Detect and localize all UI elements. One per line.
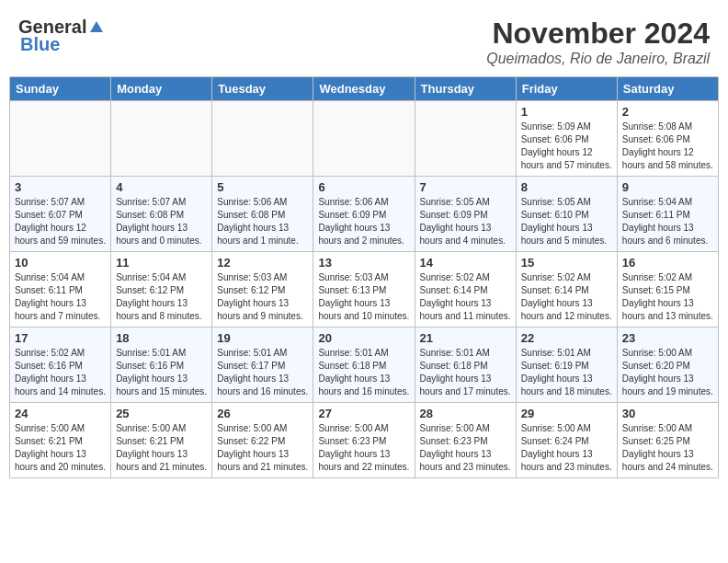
day-info: Sunrise: 5:06 AMSunset: 6:09 PMDaylight … xyxy=(318,196,409,247)
calendar-cell: 16Sunrise: 5:02 AMSunset: 6:15 PMDayligh… xyxy=(617,252,718,327)
calendar-cell xyxy=(212,101,313,177)
location-title: Queimados, Rio de Janeiro, Brazil xyxy=(486,51,710,67)
calendar-cell xyxy=(111,101,212,177)
calendar-cell: 6Sunrise: 5:06 AMSunset: 6:09 PMDaylight… xyxy=(313,177,415,252)
calendar-cell: 7Sunrise: 5:05 AMSunset: 6:09 PMDaylight… xyxy=(415,177,516,252)
calendar-cell xyxy=(313,101,415,177)
day-info: Sunrise: 5:02 AMSunset: 6:15 PMDaylight … xyxy=(622,271,713,323)
day-number: 4 xyxy=(116,180,207,194)
day-number: 1 xyxy=(521,105,612,119)
day-info: Sunrise: 5:02 AMSunset: 6:14 PMDaylight … xyxy=(420,271,511,323)
calendar-week-row: 1Sunrise: 5:09 AMSunset: 6:06 PMDaylight… xyxy=(10,101,719,177)
day-number: 26 xyxy=(217,407,308,420)
logo: General Blue xyxy=(18,17,105,55)
day-number: 13 xyxy=(318,256,409,270)
logo-blue: Blue xyxy=(20,34,60,55)
day-number: 22 xyxy=(521,331,612,345)
calendar-cell: 24Sunrise: 5:00 AMSunset: 6:21 PMDayligh… xyxy=(10,403,111,478)
day-number: 27 xyxy=(318,407,409,420)
day-info: Sunrise: 5:08 AMSunset: 6:06 PMDaylight … xyxy=(622,121,713,172)
calendar-cell: 5Sunrise: 5:06 AMSunset: 6:08 PMDaylight… xyxy=(212,177,313,252)
calendar-cell: 19Sunrise: 5:01 AMSunset: 6:17 PMDayligh… xyxy=(212,327,313,403)
calendar-cell: 2Sunrise: 5:08 AMSunset: 6:06 PMDaylight… xyxy=(617,101,718,177)
calendar-cell: 18Sunrise: 5:01 AMSunset: 6:16 PMDayligh… xyxy=(111,327,212,403)
title-section: November 2024 Queimados, Rio de Janeiro,… xyxy=(486,17,710,67)
day-number: 8 xyxy=(521,180,612,194)
calendar-cell: 30Sunrise: 5:00 AMSunset: 6:25 PMDayligh… xyxy=(617,403,718,478)
calendar-cell: 13Sunrise: 5:03 AMSunset: 6:13 PMDayligh… xyxy=(313,252,415,327)
day-number: 21 xyxy=(420,331,511,345)
calendar-cell: 1Sunrise: 5:09 AMSunset: 6:06 PMDaylight… xyxy=(516,101,617,177)
day-number: 16 xyxy=(622,256,713,270)
day-info: Sunrise: 5:00 AMSunset: 6:23 PMDaylight … xyxy=(420,422,511,474)
day-number: 29 xyxy=(521,407,612,420)
day-number: 15 xyxy=(521,256,612,270)
calendar-cell: 8Sunrise: 5:05 AMSunset: 6:10 PMDaylight… xyxy=(516,177,617,252)
day-number: 12 xyxy=(217,256,308,270)
calendar-cell: 15Sunrise: 5:02 AMSunset: 6:14 PMDayligh… xyxy=(516,252,617,327)
calendar-cell: 17Sunrise: 5:02 AMSunset: 6:16 PMDayligh… xyxy=(10,327,111,403)
calendar-header-row: SundayMondayTuesdayWednesdayThursdayFrid… xyxy=(10,77,719,101)
day-number: 25 xyxy=(116,407,207,420)
day-number: 5 xyxy=(217,180,308,194)
day-info: Sunrise: 5:01 AMSunset: 6:19 PMDaylight … xyxy=(521,347,612,398)
day-info: Sunrise: 5:01 AMSunset: 6:17 PMDaylight … xyxy=(217,347,308,398)
day-number: 19 xyxy=(217,331,308,345)
calendar-week-row: 24Sunrise: 5:00 AMSunset: 6:21 PMDayligh… xyxy=(10,403,719,478)
day-info: Sunrise: 5:00 AMSunset: 6:24 PMDaylight … xyxy=(521,422,612,474)
day-info: Sunrise: 5:03 AMSunset: 6:12 PMDaylight … xyxy=(217,271,308,323)
calendar-cell: 23Sunrise: 5:00 AMSunset: 6:20 PMDayligh… xyxy=(617,327,718,403)
day-info: Sunrise: 5:09 AMSunset: 6:06 PMDaylight … xyxy=(521,121,612,172)
calendar-cell: 21Sunrise: 5:01 AMSunset: 6:18 PMDayligh… xyxy=(415,327,516,403)
day-info: Sunrise: 5:00 AMSunset: 6:22 PMDaylight … xyxy=(217,422,308,474)
calendar-cell: 9Sunrise: 5:04 AMSunset: 6:11 PMDaylight… xyxy=(617,177,718,252)
calendar-cell: 4Sunrise: 5:07 AMSunset: 6:08 PMDaylight… xyxy=(111,177,212,252)
day-number: 3 xyxy=(15,180,106,194)
calendar-cell: 28Sunrise: 5:00 AMSunset: 6:23 PMDayligh… xyxy=(415,403,516,478)
day-number: 28 xyxy=(420,407,511,420)
column-header-friday: Friday xyxy=(516,77,617,101)
month-title: November 2024 xyxy=(486,17,710,51)
day-number: 24 xyxy=(15,407,106,420)
day-info: Sunrise: 5:02 AMSunset: 6:14 PMDaylight … xyxy=(521,271,612,323)
day-number: 23 xyxy=(622,331,713,345)
calendar-cell: 3Sunrise: 5:07 AMSunset: 6:07 PMDaylight… xyxy=(10,177,111,252)
day-number: 17 xyxy=(15,331,106,345)
column-header-tuesday: Tuesday xyxy=(212,77,313,101)
day-number: 7 xyxy=(420,180,511,194)
calendar-cell: 25Sunrise: 5:00 AMSunset: 6:21 PMDayligh… xyxy=(111,403,212,478)
page-header: General Blue November 2024 Queimados, Ri… xyxy=(9,9,719,71)
calendar-cell: 22Sunrise: 5:01 AMSunset: 6:19 PMDayligh… xyxy=(516,327,617,403)
day-info: Sunrise: 5:02 AMSunset: 6:16 PMDaylight … xyxy=(15,347,106,398)
column-header-sunday: Sunday xyxy=(10,77,111,101)
calendar-cell: 14Sunrise: 5:02 AMSunset: 6:14 PMDayligh… xyxy=(415,252,516,327)
day-number: 10 xyxy=(15,256,106,270)
day-info: Sunrise: 5:07 AMSunset: 6:08 PMDaylight … xyxy=(116,196,207,247)
day-info: Sunrise: 5:03 AMSunset: 6:13 PMDaylight … xyxy=(318,271,409,323)
calendar-table: SundayMondayTuesdayWednesdayThursdayFrid… xyxy=(9,76,719,478)
day-info: Sunrise: 5:01 AMSunset: 6:16 PMDaylight … xyxy=(116,347,207,398)
column-header-thursday: Thursday xyxy=(415,77,516,101)
day-info: Sunrise: 5:01 AMSunset: 6:18 PMDaylight … xyxy=(318,347,409,398)
day-info: Sunrise: 5:04 AMSunset: 6:11 PMDaylight … xyxy=(15,271,106,323)
day-info: Sunrise: 5:00 AMSunset: 6:25 PMDaylight … xyxy=(622,422,713,474)
calendar-cell xyxy=(10,101,111,177)
calendar-cell: 20Sunrise: 5:01 AMSunset: 6:18 PMDayligh… xyxy=(313,327,415,403)
column-header-monday: Monday xyxy=(111,77,212,101)
svg-marker-0 xyxy=(90,21,103,32)
day-number: 30 xyxy=(622,407,713,420)
column-header-wednesday: Wednesday xyxy=(313,77,415,101)
day-info: Sunrise: 5:00 AMSunset: 6:21 PMDaylight … xyxy=(116,422,207,474)
day-number: 20 xyxy=(318,331,409,345)
day-number: 11 xyxy=(116,256,207,270)
day-info: Sunrise: 5:05 AMSunset: 6:10 PMDaylight … xyxy=(521,196,612,247)
calendar-cell: 12Sunrise: 5:03 AMSunset: 6:12 PMDayligh… xyxy=(212,252,313,327)
calendar-cell: 27Sunrise: 5:00 AMSunset: 6:23 PMDayligh… xyxy=(313,403,415,478)
calendar-cell: 26Sunrise: 5:00 AMSunset: 6:22 PMDayligh… xyxy=(212,403,313,478)
calendar-cell xyxy=(415,101,516,177)
day-number: 6 xyxy=(318,180,409,194)
calendar-cell: 10Sunrise: 5:04 AMSunset: 6:11 PMDayligh… xyxy=(10,252,111,327)
day-info: Sunrise: 5:07 AMSunset: 6:07 PMDaylight … xyxy=(15,196,106,247)
calendar-week-row: 17Sunrise: 5:02 AMSunset: 6:16 PMDayligh… xyxy=(10,327,719,403)
day-number: 9 xyxy=(622,180,713,194)
